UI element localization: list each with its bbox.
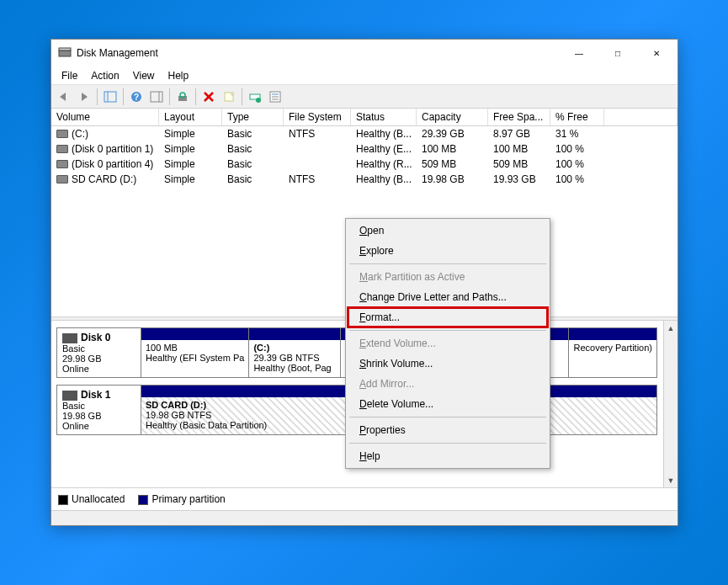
scroll-down-icon[interactable]: ▼: [664, 473, 678, 487]
volume-context-menu: Open Explore Mark Partition as Active Ch…: [345, 218, 550, 469]
svg-rect-0: [59, 51, 71, 56]
context-extend: Extend Volume...: [348, 333, 548, 354]
menu-help[interactable]: Help: [162, 68, 196, 83]
svg-rect-6: [151, 92, 162, 102]
col-volume[interactable]: Volume: [51, 109, 159, 125]
refresh-button[interactable]: [173, 88, 192, 106]
col-filesystem[interactable]: File System: [284, 109, 351, 125]
disk-icon: [62, 391, 77, 401]
partition[interactable]: (C:)29.39 GB NTFSHealthy (Boot, Pag: [248, 328, 340, 377]
drive-icon: [56, 145, 68, 153]
drive-icon: [56, 175, 68, 183]
maximize-button[interactable]: □: [598, 40, 637, 66]
svg-rect-2: [104, 92, 116, 102]
volume-row[interactable]: (Disk 0 partition 4)SimpleBasicHealthy (…: [51, 157, 678, 172]
col-status[interactable]: Status: [351, 109, 417, 125]
status-strip: [51, 510, 678, 525]
col-capacity[interactable]: Capacity: [417, 109, 488, 125]
col-spacer: [604, 109, 678, 125]
show-hide-console-tree-button[interactable]: [101, 88, 120, 106]
new-button[interactable]: [220, 88, 238, 106]
app-icon: [58, 46, 72, 60]
disk-icon: [62, 333, 77, 343]
menu-file[interactable]: File: [55, 68, 84, 83]
menu-action[interactable]: Action: [84, 68, 125, 83]
volume-row[interactable]: (Disk 0 partition 1)SimpleBasicHealthy (…: [51, 141, 678, 157]
volume-list-header: Volume Layout Type File System Status Ca…: [51, 109, 678, 126]
close-button[interactable]: ✕: [637, 40, 676, 66]
window-title: Disk Management: [77, 47, 560, 59]
minimize-button[interactable]: —: [560, 40, 598, 66]
col-freespace[interactable]: Free Spa...: [488, 109, 550, 125]
properties-button[interactable]: [266, 88, 284, 106]
back-button[interactable]: [55, 88, 73, 106]
legend-primary: Primary partition: [138, 493, 225, 505]
col-layout[interactable]: Layout: [159, 109, 222, 125]
disk-list-button[interactable]: [246, 88, 264, 106]
context-change-letter[interactable]: Change Drive Letter and Paths...: [348, 287, 548, 307]
context-shrink[interactable]: Shrink Volume...: [348, 354, 548, 374]
disk-label[interactable]: Disk 1Basic19.98 GBOnline: [57, 386, 141, 434]
menubar: File Action View Help: [51, 66, 678, 85]
context-help[interactable]: Help: [348, 446, 548, 466]
delete-button[interactable]: [199, 88, 218, 106]
scroll-up-icon[interactable]: ▲: [664, 321, 678, 335]
help-button[interactable]: ?: [127, 88, 146, 106]
menu-view[interactable]: View: [126, 68, 162, 83]
vertical-scrollbar[interactable]: ▲ ▼: [663, 321, 678, 487]
partition[interactable]: 100 MBHealthy (EFI System Pa: [141, 328, 248, 377]
disk-label[interactable]: Disk 0Basic29.98 GBOnline: [57, 328, 141, 377]
drive-icon: [56, 130, 68, 138]
context-explore[interactable]: Explore: [348, 241, 548, 261]
svg-point-12: [256, 98, 261, 103]
context-properties[interactable]: Properties: [348, 420, 548, 440]
context-delete[interactable]: Delete Volume...: [348, 394, 548, 414]
col-pctfree[interactable]: % Free: [550, 109, 604, 125]
legend-unallocated: Unallocated: [58, 493, 125, 505]
drive-icon: [56, 160, 68, 168]
toolbar: ?: [51, 85, 678, 109]
col-type[interactable]: Type: [222, 109, 284, 125]
forward-button[interactable]: [75, 88, 93, 106]
context-open[interactable]: Open: [348, 221, 548, 241]
svg-rect-1: [59, 48, 71, 51]
svg-text:?: ?: [134, 93, 139, 102]
context-format[interactable]: Format...: [348, 307, 548, 327]
legend: Unallocated Primary partition: [51, 487, 678, 510]
settings-pane-button[interactable]: [147, 88, 166, 106]
window-controls: — □ ✕: [560, 40, 676, 66]
context-mark-active: Mark Partition as Active: [348, 267, 548, 287]
volume-row[interactable]: SD CARD (D:)SimpleBasicNTFSHealthy (B...…: [51, 172, 678, 187]
titlebar[interactable]: Disk Management — □ ✕: [51, 40, 678, 66]
partition[interactable]: Recovery Partition): [568, 328, 656, 377]
volume-row[interactable]: (C:)SimpleBasicNTFSHealthy (B...29.39 GB…: [51, 126, 678, 141]
context-add-mirror: Add Mirror...: [348, 374, 548, 394]
svg-rect-8: [178, 96, 187, 101]
